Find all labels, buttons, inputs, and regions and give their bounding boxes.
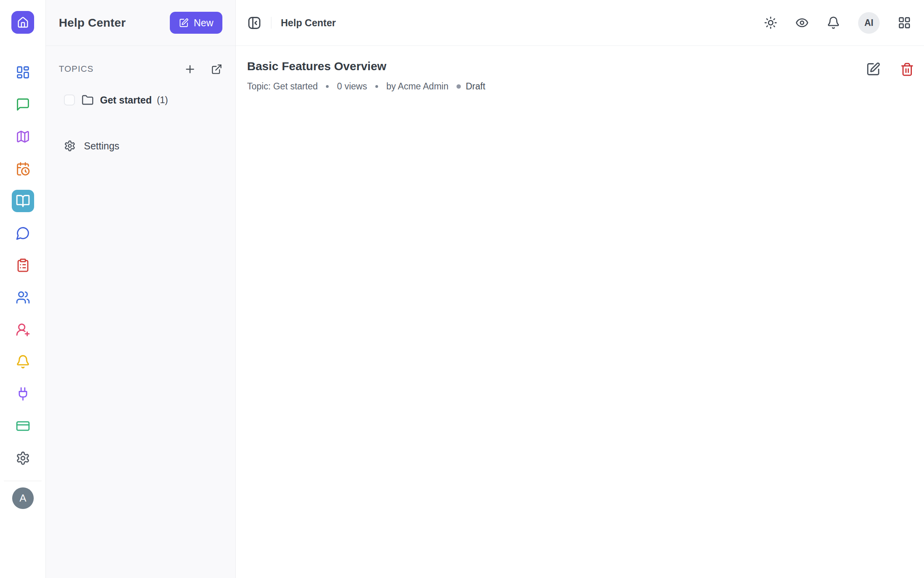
article-author: by Acme Admin <box>386 81 449 92</box>
article-actions <box>866 62 914 76</box>
settings-label: Settings <box>84 140 119 152</box>
user-avatar[interactable]: A <box>12 487 34 509</box>
layout-grid-icon <box>898 16 911 29</box>
status-dot-icon <box>457 84 461 89</box>
rail-divider <box>4 481 42 481</box>
theme-toggle-button[interactable] <box>764 16 777 29</box>
status-badge: Draft <box>457 81 485 92</box>
rail-nav <box>0 61 46 469</box>
topic-item-get-started[interactable]: Get started (1) <box>46 89 235 111</box>
rail-item-reports[interactable] <box>12 254 34 276</box>
message-circle-icon <box>16 226 30 240</box>
icon-rail: A <box>0 0 46 578</box>
credit-card-icon <box>16 419 30 433</box>
rail-item-contacts[interactable] <box>12 286 34 309</box>
apps-grid-button[interactable] <box>898 16 911 29</box>
rail-item-chats[interactable] <box>12 222 34 244</box>
bell-icon <box>16 354 30 369</box>
new-article-button[interactable]: New <box>170 12 222 34</box>
rail-item-schedule[interactable] <box>12 158 34 180</box>
article-title: Basic Features Overview <box>247 60 485 73</box>
edit-article-button[interactable] <box>866 62 880 76</box>
meta-separator-dot <box>326 85 329 88</box>
sun-icon <box>764 16 777 29</box>
rail-item-billing[interactable] <box>12 415 34 437</box>
preview-button[interactable] <box>795 16 809 29</box>
trash-icon <box>900 62 914 76</box>
house-icon <box>17 16 29 29</box>
sidebar-header: Help Center New <box>46 0 235 46</box>
gear-icon <box>16 451 30 465</box>
users-icon <box>16 290 30 305</box>
topic-article-count: (1) <box>157 95 168 105</box>
article-topic: Topic: Get started <box>247 81 318 92</box>
status-label: Draft <box>466 81 485 92</box>
sidebar-title: Help Center <box>59 16 126 29</box>
external-link-icon <box>211 64 222 75</box>
home-logo-button[interactable] <box>11 11 34 34</box>
delete-article-button[interactable] <box>900 62 914 76</box>
article-views: 0 views <box>337 81 367 92</box>
eye-icon <box>795 16 809 29</box>
bell-icon <box>827 16 840 29</box>
rail-item-help-center[interactable] <box>12 190 34 212</box>
clipboard-list-icon <box>16 258 30 273</box>
layout-dashboard-icon <box>16 65 30 80</box>
panel-left-close-icon <box>247 16 262 30</box>
plus-icon <box>184 63 196 75</box>
meta-separator-dot <box>375 85 378 88</box>
square-pen-icon <box>179 18 189 28</box>
page-title: Help Center <box>281 17 336 29</box>
calendar-clock-icon <box>16 162 30 176</box>
map-icon <box>16 129 30 144</box>
book-open-icon <box>16 194 30 208</box>
gear-icon <box>64 140 76 152</box>
topics-section-header: TOPICS <box>46 60 235 78</box>
main-header: Help Center AI <box>236 0 924 46</box>
message-square-icon <box>16 97 30 112</box>
topic-checkbox[interactable] <box>64 95 75 105</box>
square-pen-icon <box>866 62 880 76</box>
article-meta: Topic: Get started 0 views by Acme Admin… <box>247 81 485 92</box>
notifications-button[interactable] <box>827 16 840 29</box>
rail-item-settings[interactable] <box>12 447 34 469</box>
plug-icon <box>16 387 30 401</box>
rail-item-integrations[interactable] <box>12 383 34 405</box>
rail-item-notifications[interactable] <box>12 351 34 373</box>
help-center-sidebar: Help Center New TOPICS Get started (1) S… <box>46 0 236 578</box>
main-content: Help Center AI Basic Features Overview T… <box>236 0 924 578</box>
rail-item-conversations[interactable] <box>12 93 34 116</box>
rail-item-add-agent[interactable] <box>12 318 34 341</box>
article-list-item[interactable]: Basic Features Overview Topic: Get start… <box>236 46 924 92</box>
user-plus-icon <box>16 322 30 337</box>
rail-item-dashboard[interactable] <box>12 61 34 84</box>
add-topic-button[interactable] <box>184 63 196 75</box>
open-portal-button[interactable] <box>211 64 222 75</box>
sidebar-item-settings[interactable]: Settings <box>46 135 235 157</box>
header-divider <box>271 17 271 29</box>
rail-item-journeys[interactable] <box>12 125 34 148</box>
topics-heading: TOPICS <box>59 64 94 74</box>
folder-icon <box>82 94 94 106</box>
topic-label: Get started <box>100 95 152 106</box>
new-button-label: New <box>194 17 213 29</box>
ai-assistant-badge[interactable]: AI <box>858 12 880 34</box>
collapse-sidebar-button[interactable] <box>247 16 262 30</box>
